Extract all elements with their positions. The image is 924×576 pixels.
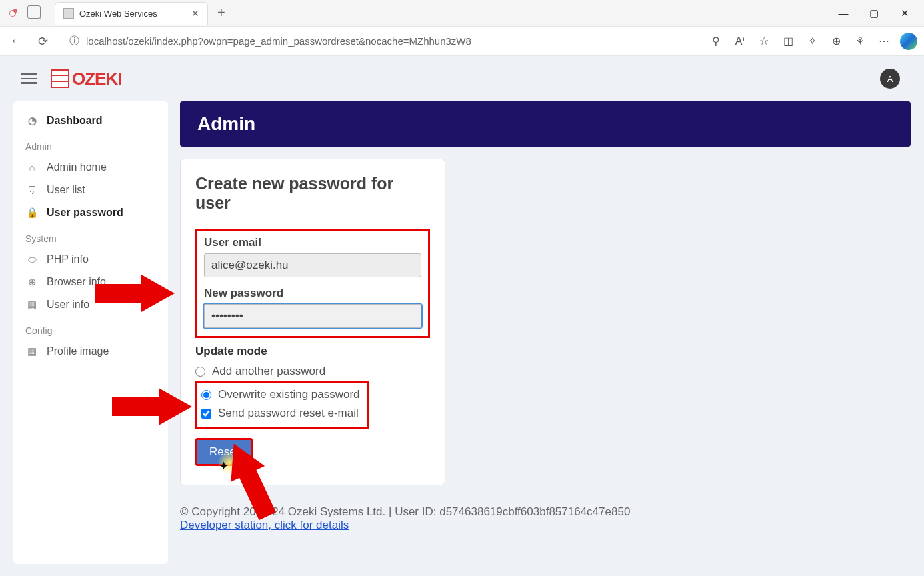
page-body: OZEKI A ◔ Dashboard Admin ⌂ Admin home ⛉… xyxy=(0,56,924,576)
annotation-arrow-icon xyxy=(112,388,192,425)
sidebar-item-dashboard[interactable]: ◔ Dashboard xyxy=(13,109,168,132)
sidebar-item-label: Admin home xyxy=(47,161,107,173)
highlight-credentials: User email New password xyxy=(195,229,430,338)
pie-chart-icon: ◔ xyxy=(25,115,39,127)
browser-tab-strip: Ozeki Web Services ✕ + — ▢ ✕ xyxy=(0,0,924,27)
checkbox-input[interactable] xyxy=(201,409,211,419)
close-tab-icon[interactable]: ✕ xyxy=(191,8,199,19)
annotation-arrow-icon xyxy=(95,275,175,312)
footer: © Copyright 2000-24 Ozeki Systems Ltd. |… xyxy=(180,505,911,532)
tab-group-indicator[interactable] xyxy=(9,10,16,17)
lock-icon: 🔒 xyxy=(25,207,39,219)
radio-input[interactable] xyxy=(195,367,205,377)
read-aloud-icon[interactable]: A⁾ xyxy=(732,35,748,47)
checkbox-send-email[interactable]: Send password reset e-mail xyxy=(201,404,363,423)
address-bar[interactable]: ⓘ localhost/ozeki/index.php?owpn=page_ad… xyxy=(60,31,700,52)
mode-label: Update mode xyxy=(195,345,430,358)
close-window-button[interactable]: ✕ xyxy=(889,7,920,19)
sidebar-item-user-list[interactable]: ⛉ User list xyxy=(13,179,168,201)
sidebar-section-system: System xyxy=(13,224,168,248)
minimize-button[interactable]: — xyxy=(828,7,859,19)
window-controls: — ▢ ✕ xyxy=(828,7,920,19)
browser-toolbar: ← ⟳ ⓘ localhost/ozeki/index.php?owpn=pag… xyxy=(0,27,924,56)
password-field[interactable] xyxy=(204,304,421,328)
checkbox-label: Send password reset e-mail xyxy=(218,407,359,420)
calendar-icon: ▦ xyxy=(25,345,39,357)
radio-label: Add another password xyxy=(212,365,325,378)
back-button[interactable]: ← xyxy=(7,34,25,48)
favicon-icon xyxy=(63,8,74,19)
page-title: Admin xyxy=(180,101,911,147)
sidebar-item-label: User list xyxy=(47,184,85,196)
url-text: localhost/ozeki/index.php?owpn=page_admi… xyxy=(86,35,471,47)
app-header: OZEKI A xyxy=(0,56,924,101)
sidebar: ◔ Dashboard Admin ⌂ Admin home ⛉ User li… xyxy=(13,101,168,564)
copyright-text: © Copyright 2000-24 Ozeki Systems Ltd. |… xyxy=(180,505,911,519)
split-screen-icon[interactable]: ◫ xyxy=(780,35,796,47)
refresh-button[interactable]: ⟳ xyxy=(33,34,52,49)
browser-tab[interactable]: Ozeki Web Services ✕ xyxy=(55,2,208,25)
favorite-icon[interactable]: ☆ xyxy=(756,35,772,47)
search-icon[interactable]: ⚲ xyxy=(708,35,724,47)
highlight-mode: Overwrite existing password Send passwor… xyxy=(195,381,369,429)
sidebar-item-php-info[interactable]: ⬭ PHP info xyxy=(13,248,168,271)
svg-marker-1 xyxy=(112,388,192,425)
email-field[interactable] xyxy=(204,253,421,277)
sidebar-item-label: User password xyxy=(47,207,123,219)
globe-icon: ⊕ xyxy=(25,276,39,288)
sidebar-item-profile-image[interactable]: ▦ Profile image xyxy=(13,340,168,363)
avatar[interactable]: A xyxy=(880,69,900,89)
password-label: New password xyxy=(204,287,421,300)
favorites-bar-icon[interactable]: ✧ xyxy=(804,35,820,47)
tab-overview-icon[interactable] xyxy=(29,7,41,19)
password-form-card: Create new password for user User email … xyxy=(180,159,445,485)
radio-label: Overwrite existing password xyxy=(218,388,360,401)
email-label: User email xyxy=(204,236,421,249)
grid-icon: ▦ xyxy=(25,299,39,311)
site-info-icon[interactable]: ⓘ xyxy=(69,35,79,47)
home-icon: ⌂ xyxy=(25,162,39,173)
more-icon[interactable]: ⋯ xyxy=(876,35,892,47)
logo-text: OZEKI xyxy=(72,69,121,89)
main-content: Admin Create new password for user User … xyxy=(180,101,911,532)
php-icon: ⬭ xyxy=(25,253,39,265)
sidebar-item-label: User info xyxy=(47,299,89,311)
profile-icon[interactable] xyxy=(900,33,917,50)
logo[interactable]: OZEKI xyxy=(51,69,121,89)
new-tab-button[interactable]: + xyxy=(217,5,225,21)
sidebar-section-config: Config xyxy=(13,316,168,340)
maximize-button[interactable]: ▢ xyxy=(859,7,889,19)
sidebar-item-admin-home[interactable]: ⌂ Admin home xyxy=(13,156,168,179)
user-icon: ⛉ xyxy=(25,185,39,196)
radio-input[interactable] xyxy=(201,390,211,400)
sidebar-item-label: PHP info xyxy=(47,253,89,265)
sidebar-section-admin: Admin xyxy=(13,132,168,156)
radio-overwrite-password[interactable]: Overwrite existing password xyxy=(201,385,363,404)
hamburger-menu[interactable] xyxy=(21,73,37,84)
sidebar-item-user-password[interactable]: 🔒 User password xyxy=(13,201,168,224)
svg-marker-0 xyxy=(95,275,175,312)
avatar-letter: A xyxy=(887,74,893,84)
tab-title: Ozeki Web Services xyxy=(79,9,185,19)
card-title: Create new password for user xyxy=(195,174,430,213)
logo-icon xyxy=(51,69,69,88)
radio-add-password[interactable]: Add another password xyxy=(195,362,430,381)
sidebar-item-label: Profile image xyxy=(47,345,109,357)
developer-link[interactable]: Developer station, click for details xyxy=(180,519,349,531)
sidebar-item-label: Dashboard xyxy=(47,115,103,127)
collections-icon[interactable]: ⊕ xyxy=(828,35,844,47)
extensions-icon[interactable]: ⚘ xyxy=(852,35,868,47)
